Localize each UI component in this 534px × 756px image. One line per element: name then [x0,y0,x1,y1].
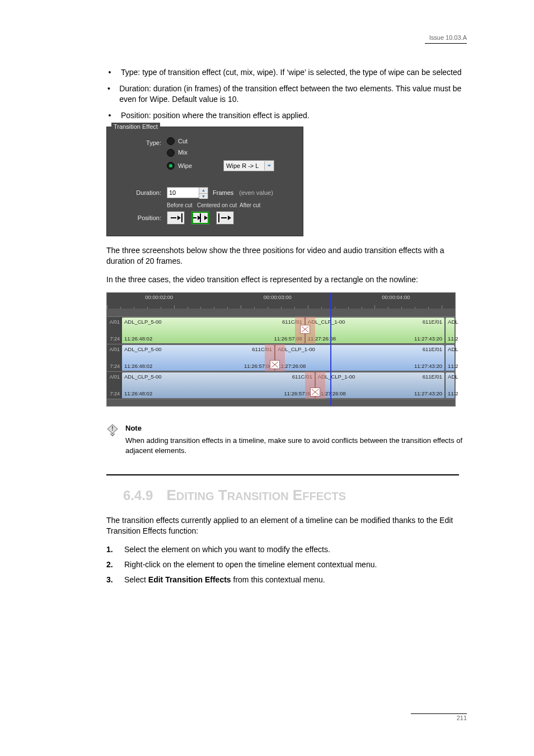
clip-sliver[interactable]: ADL11:2 [445,344,455,371]
pos-label-centered: Centered on cut [197,202,240,209]
step-text: Right-click on the element to open the t… [124,559,377,570]
section-heading: 6.4.9 EDITING TRANSITION EFFECTS [123,486,472,505]
timeline-row: A/017:24ADL_CLP_5-00611C/0111:26:48:0211… [107,316,455,344]
step-number: 2. [106,559,116,570]
note-heading: Note [125,424,142,432]
spinner-up-icon[interactable]: ▲ [199,188,208,193]
track-area[interactable]: ADL_CLP_5-00611C/0111:26:48:0211:26:57:0… [121,372,455,399]
bullet-item: • Position: position where the transitio… [106,110,472,121]
spinner-down-icon[interactable]: ▼ [199,193,208,199]
radio-cut[interactable]: Cut [167,137,274,146]
clip-left[interactable]: ADL_CLP_5-00611C/0111:26:48:0211:26:57:0… [121,372,315,399]
clip-name: ADL_CLP_5-00 [124,346,162,353]
clip-left[interactable]: ADL_CLP_5-00611C/0111:26:48:0211:26:57:0… [121,344,275,371]
issue-label: Issue 10.03.A [429,34,467,41]
duration-label: Duration: [114,187,167,197]
radio-mix[interactable]: Mix [167,148,274,157]
section-paragraph: The transition effects currently applied… [106,515,472,536]
clip-tc-in: 11:26:48:02 [124,335,152,343]
clip-tc-in: 11:2 [448,363,458,370]
clip-name: ADL_CLP_5-00 [124,374,162,381]
timeline-row: A/017:24ADL_CLP_5-00611C/0111:26:48:0211… [107,344,455,371]
header-rule [425,43,467,44]
transition-effect-panel: Transition Effect Type: Cut Mix [106,127,303,236]
page-footer: 211 [67,712,467,722]
transition-effect-region[interactable] [305,372,325,399]
gutter-bot: 7:24 [108,390,120,397]
transition-effect-region[interactable] [265,344,285,371]
track-gutter: A/017:24 [107,317,121,344]
bullet-dot: • [106,67,113,78]
clip-id: 611E/01 [423,374,442,381]
clip-id: 611E/01 [423,346,442,353]
clip-id: 611E/01 [423,319,442,326]
pos-label-before: Before cut [167,202,197,209]
clip-name: ADL [448,374,458,381]
transition-effect-region[interactable] [295,317,315,344]
bullet-text: Duration: duration (in frames) of the tr… [119,83,472,105]
position-labels: Before cut Centered on cut After cut [167,202,268,209]
clip-name: ADL_CLP_5-00 [124,319,162,326]
clip-name: ADL [448,319,458,326]
section-number: 6.4.9 [123,487,153,505]
svg-text:!: ! [111,426,113,432]
radio-label: Cut [178,137,188,146]
position-label: Position: [114,202,167,222]
transition-icon [300,325,310,334]
clip-right[interactable]: ADL_CLP_1-00611E/0111:27:26:0811:27:43:2… [275,344,445,371]
duration-spinner[interactable]: 10 ▲ ▼ [167,187,208,198]
panel-legend: Transition Effect [111,123,160,131]
clip-right[interactable]: ADL_CLP_1-00611E/0111:27:26:0811:27:43:2… [315,372,445,399]
transition-icon [270,360,280,369]
clip-tc-out: 11:27:43:20 [414,335,442,343]
menu-item-name: Edit Transition Effects [148,575,231,584]
clip-right[interactable]: ADL_CLP_1-00611E/0111:27:26:0811:27:43:2… [305,317,445,344]
radio-label: Mix [178,148,188,157]
clip-sliver[interactable]: ADL11:2 [445,372,455,399]
bullet-item: • Duration: duration (in frames) of the … [106,83,472,105]
radio-icon [167,162,175,170]
track-area[interactable]: ADL_CLP_5-00611C/0111:26:48:0211:26:57:0… [121,317,455,344]
clip-tc-in: 11:2 [448,335,458,343]
timeline-figure: 00:00:02:00 00:00:03:00 00:00:04:00 A/01… [106,292,456,407]
wipe-type-select[interactable]: Wipe R -> L [223,160,274,171]
track-area[interactable]: ADL_CLP_5-00611C/0111:26:48:0211:26:57:0… [121,344,455,371]
gutter-bot: 7:24 [108,363,120,370]
clip-name: ADL [448,346,458,353]
duration-value: 10 [167,189,199,197]
track-gutter: A/017:24 [107,344,121,371]
timeline-ruler: 00:00:02:00 00:00:03:00 00:00:04:00 [107,293,455,309]
position-before-button[interactable] [167,211,185,225]
bullet-dot: • [106,110,113,121]
position-after-button[interactable] [216,211,234,225]
track-gutter: A/017:24 [107,372,121,399]
radio-icon [167,149,175,157]
gutter-top: A/01 [108,319,120,325]
ruler-label: 00:00:02:00 [145,294,173,301]
step-number: 1. [106,544,116,555]
duration-note: (even value) [239,189,273,197]
type-label: Type: [114,137,167,147]
section-rule [106,474,459,475]
clip-tc-in: 11:26:48:02 [124,363,152,370]
bullet-item: • Type: type of transition effect (cut, … [106,67,472,78]
gutter-bot: 7:24 [108,335,120,342]
clip-sliver[interactable]: ADL11:2 [445,317,455,344]
clip-left[interactable]: ADL_CLP_5-00611C/0111:26:48:0211:26:57:0… [121,317,305,344]
ruler-label: 00:00:04:00 [382,294,410,301]
bullet-dot: • [106,83,111,105]
gutter-top: A/01 [108,374,120,380]
section-title: EDITING TRANSITION EFFECTS [166,486,346,505]
duration-unit: Frames [213,189,233,197]
playhead[interactable] [330,293,331,405]
ruler-label: 00:00:03:00 [264,294,292,301]
radio-icon [167,137,175,145]
chevron-down-icon [265,161,274,171]
position-centered-button[interactable] [191,211,209,225]
bullet-text: Position: position where the transition … [121,110,310,121]
radio-wipe[interactable]: Wipe Wipe R -> L [167,160,274,171]
step-text: Select the element on which you want to … [124,544,330,555]
page-header: Issue 10.03.A [425,34,467,44]
clip-tc-in: 11:2 [448,390,458,398]
body-paragraph: In the three cases, the video transition… [106,274,472,285]
